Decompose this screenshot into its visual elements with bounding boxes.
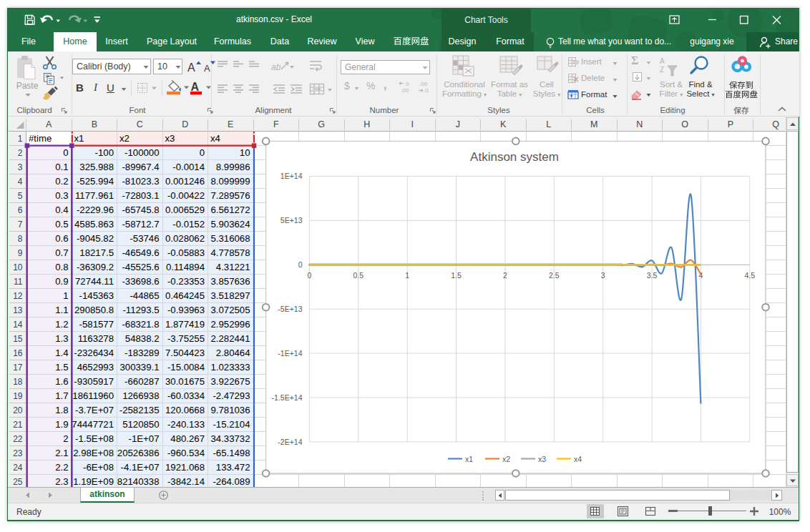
svg-text:-145363: -145363 — [79, 290, 114, 301]
svg-text:16: 16 — [13, 348, 23, 358]
svg-text:-0.00422: -0.00422 — [167, 190, 205, 201]
svg-text:20: 20 — [13, 405, 23, 415]
svg-text:-3842.14: -3842.14 — [167, 476, 205, 487]
svg-text:3.072505: 3.072505 — [210, 305, 250, 315]
svg-text:#time: #time — [29, 133, 52, 144]
svg-text:4: 4 — [18, 177, 23, 187]
svg-text:x2: x2 — [119, 133, 130, 144]
svg-text:-3.75255: -3.75255 — [167, 333, 205, 344]
svg-text:22: 22 — [13, 434, 23, 444]
svg-text:30.01675: 30.01675 — [165, 376, 205, 387]
svg-text:E: E — [228, 119, 233, 129]
svg-text:1.2: 1.2 — [55, 319, 68, 330]
svg-text:1.5: 1.5 — [55, 362, 68, 373]
svg-text:-100: -100 — [95, 147, 114, 158]
svg-text:M: M — [590, 119, 597, 129]
svg-text:5.903624: 5.903624 — [210, 219, 250, 230]
svg-text:5E+13: 5E+13 — [280, 216, 303, 225]
svg-text:x1: x1 — [465, 455, 473, 463]
svg-text:-9305917: -9305917 — [74, 376, 114, 387]
svg-text:1.023333: 1.023333 — [210, 362, 250, 373]
svg-text:10: 10 — [13, 262, 23, 272]
svg-text:7.504423: 7.504423 — [165, 348, 205, 358]
svg-text:0.114894: 0.114894 — [166, 262, 205, 272]
svg-text:4.778578: 4.778578 — [210, 247, 250, 258]
svg-text:2.5: 2.5 — [549, 271, 560, 280]
svg-text:x3: x3 — [165, 133, 175, 144]
svg-text:-2229.96: -2229.96 — [77, 205, 114, 215]
svg-text:1.7: 1.7 — [55, 390, 68, 401]
svg-text:54838.2: 54838.2 — [125, 333, 160, 344]
svg-text:6: 6 — [18, 205, 23, 215]
svg-text:5.316068: 5.316068 — [210, 233, 250, 244]
svg-text:-0.93963: -0.93963 — [167, 305, 205, 315]
svg-text:-89967.4: -89967.4 — [122, 162, 159, 172]
svg-text:2: 2 — [503, 271, 507, 280]
svg-text:-5E+13: -5E+13 — [278, 305, 302, 313]
svg-text:82140338: 82140338 — [117, 476, 160, 487]
svg-text:-0.0152: -0.0152 — [172, 219, 205, 230]
svg-text:3: 3 — [18, 162, 23, 172]
svg-text:7.289576: 7.289576 — [210, 190, 250, 201]
svg-text:-33698.6: -33698.6 — [122, 276, 159, 287]
svg-text:1177.961: 1177.961 — [75, 190, 114, 201]
svg-text:-65.1498: -65.1498 — [213, 448, 250, 458]
svg-text:-3.7E+07: -3.7E+07 — [75, 405, 114, 415]
svg-text:325.988: 325.988 — [79, 162, 114, 172]
svg-text:-11293.5: -11293.5 — [122, 305, 159, 315]
svg-text:6.561272: 6.561272 — [210, 205, 250, 215]
svg-text:H: H — [363, 119, 370, 129]
svg-text:1.877419: 1.877419 — [165, 319, 205, 330]
svg-text:480.267: 480.267 — [170, 433, 205, 444]
svg-text:D: D — [182, 119, 188, 129]
svg-text:K: K — [500, 119, 507, 129]
svg-text:3.518297: 3.518297 — [210, 290, 250, 301]
svg-text:11: 11 — [14, 277, 23, 287]
svg-text:-36309.2: -36309.2 — [77, 262, 114, 272]
svg-text:0.9: 0.9 — [55, 276, 68, 287]
svg-text:74447721: 74447721 — [72, 419, 114, 430]
svg-text:34.33732: 34.33732 — [210, 433, 250, 444]
svg-text:-72803.1: -72803.1 — [122, 190, 159, 201]
svg-text:-960.534: -960.534 — [167, 448, 205, 458]
svg-text:13: 13 — [13, 305, 23, 315]
svg-text:290850.8: 290850.8 — [74, 305, 114, 315]
svg-text:-68321.8: -68321.8 — [122, 319, 159, 330]
svg-text:-1.5E+08: -1.5E+08 — [75, 433, 114, 444]
svg-text:20526386: 20526386 — [117, 448, 160, 458]
svg-text:0.5: 0.5 — [55, 219, 68, 230]
svg-text:-15.2104: -15.2104 — [213, 419, 250, 430]
svg-text:Atkinson system: Atkinson system — [470, 150, 559, 164]
svg-text:21: 21 — [13, 420, 23, 430]
svg-text:-6E+08: -6E+08 — [83, 462, 114, 473]
svg-text:14: 14 — [13, 320, 23, 330]
svg-text:2.3: 2.3 — [55, 476, 68, 487]
svg-text:8: 8 — [18, 234, 23, 244]
svg-text:-0.05883: -0.05883 — [167, 247, 205, 258]
svg-text:-44865: -44865 — [130, 290, 159, 301]
svg-text:-60.0334: -60.0334 — [167, 390, 205, 401]
svg-text:I: I — [411, 119, 413, 129]
svg-text:1.8: 1.8 — [55, 405, 68, 415]
svg-text:4652993: 4652993 — [77, 362, 114, 373]
svg-text:x4: x4 — [574, 455, 582, 463]
svg-text:3.857636: 3.857636 — [210, 276, 250, 287]
svg-text:1.5: 1.5 — [451, 271, 462, 280]
svg-text:0.006529: 0.006529 — [165, 205, 205, 215]
svg-text:1921.068: 1921.068 — [165, 462, 205, 473]
svg-text:-525.994: -525.994 — [77, 176, 114, 187]
svg-text:N: N — [636, 119, 643, 129]
svg-text:19: 19 — [13, 391, 23, 401]
svg-text:G: G — [318, 119, 325, 129]
svg-text:-58712.7: -58712.7 — [122, 219, 159, 230]
svg-text:72744.11: 72744.11 — [75, 276, 114, 287]
svg-text:0: 0 — [307, 271, 311, 280]
svg-text:-581577: -581577 — [79, 319, 114, 330]
svg-text:0: 0 — [63, 147, 68, 158]
svg-text:12: 12 — [13, 291, 23, 301]
svg-text:7: 7 — [18, 220, 23, 230]
svg-text:-100000: -100000 — [125, 147, 159, 158]
svg-text:F: F — [273, 119, 279, 129]
svg-text:1.19E+09: 1.19E+09 — [73, 476, 114, 487]
svg-text:0.2: 0.2 — [55, 176, 68, 187]
